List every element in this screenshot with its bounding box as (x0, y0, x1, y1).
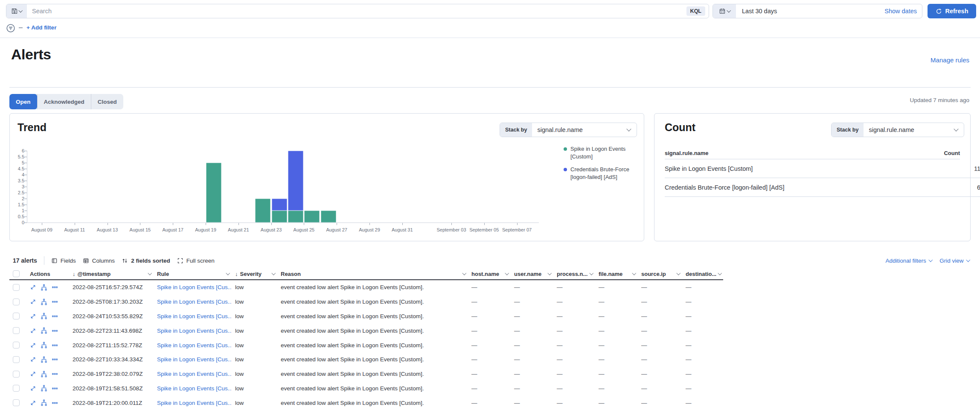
columns-button[interactable]: Columns (83, 258, 115, 264)
chevron-down-icon[interactable] (547, 271, 551, 275)
chevron-down-icon[interactable] (676, 271, 680, 275)
count-table-row[interactable]: Spike in Logon Events [Custom]11 (665, 159, 980, 178)
more-actions-button[interactable] (52, 385, 58, 392)
rule-link[interactable]: Spike in Logon Events [Cus... (157, 299, 232, 305)
trend-bar-segment[interactable] (321, 211, 336, 223)
more-actions-button[interactable] (52, 356, 58, 363)
expand-alert-button[interactable] (30, 371, 36, 377)
count-stack-by-select[interactable]: Stack by signal.rule.name (831, 123, 964, 137)
row-checkbox[interactable] (13, 299, 20, 305)
row-checkbox[interactable] (13, 284, 20, 291)
chevron-down-icon[interactable] (271, 271, 275, 275)
expand-alert-button[interactable] (30, 313, 36, 319)
saved-query-menu-button[interactable] (6, 4, 27, 18)
calendar-menu-button[interactable] (713, 4, 736, 18)
row-checkbox[interactable] (13, 356, 20, 363)
column-header-file-name[interactable]: file.name (595, 268, 638, 279)
count-table-row[interactable]: Credentials Brute-Force [logon-failed] [… (665, 178, 980, 197)
row-checkbox[interactable] (13, 385, 20, 392)
analyze-event-button[interactable] (41, 385, 47, 392)
rule-link[interactable]: Spike in Logon Events [Cus... (157, 313, 232, 319)
more-actions-button[interactable] (52, 371, 58, 377)
row-checkbox[interactable] (13, 313, 20, 319)
expand-alert-button[interactable] (30, 385, 36, 392)
analyze-event-button[interactable] (41, 327, 47, 334)
trend-bar-segment[interactable] (288, 211, 303, 223)
column-header-severity[interactable]: ↓Severity (232, 268, 277, 279)
manage-rules-link[interactable]: Manage rules (931, 56, 969, 64)
trend-bar-segment[interactable] (304, 211, 320, 223)
column-header-@timestamp[interactable]: ↓@timestamp (69, 268, 154, 279)
column-header-rule[interactable]: Rule (154, 268, 232, 279)
column-header-process-n-[interactable]: process.n... (553, 268, 595, 279)
rule-link[interactable]: Spike in Logon Events [Cus... (157, 328, 232, 334)
row-checkbox[interactable] (13, 327, 20, 334)
count-col-field[interactable]: signal.rule.name (665, 150, 709, 156)
analyze-event-button[interactable] (41, 299, 47, 305)
expand-alert-button[interactable] (30, 400, 36, 406)
column-header-reason[interactable]: Reason (277, 268, 468, 279)
expand-alert-button[interactable] (30, 328, 36, 334)
column-header-user-name[interactable]: user.name (511, 268, 553, 279)
grid-view-button[interactable]: Grid view (939, 258, 969, 264)
analyze-event-button[interactable] (41, 284, 47, 291)
rule-link[interactable]: Spike in Logon Events [Cus... (157, 342, 232, 348)
more-actions-button[interactable] (52, 400, 58, 406)
column-header-host-name[interactable]: host.name (468, 268, 511, 279)
trend-bar-segment[interactable] (206, 163, 221, 223)
more-actions-button[interactable] (52, 328, 58, 334)
analyze-event-button[interactable] (41, 342, 47, 348)
analyze-event-button[interactable] (41, 356, 47, 363)
refresh-button[interactable]: Refresh (928, 4, 976, 18)
chevron-down-icon[interactable] (148, 271, 151, 275)
chevron-down-icon[interactable] (632, 271, 636, 275)
analyze-event-button[interactable] (41, 313, 47, 319)
count-col-count[interactable]: Count (944, 150, 960, 156)
row-checkbox[interactable] (13, 342, 20, 348)
trend-bar-segment[interactable] (272, 199, 287, 211)
legend-item[interactable]: Spike in Logon Events [Custom] (564, 145, 641, 160)
trend-bar-segment[interactable] (255, 199, 270, 223)
chevron-down-icon[interactable] (718, 271, 722, 275)
sort-fields-button[interactable]: 2 fields sorted (122, 258, 170, 264)
column-header-source-ip[interactable]: source.ip (638, 268, 682, 279)
rule-link[interactable]: Spike in Logon Events [Cus... (157, 371, 232, 377)
more-actions-button[interactable] (52, 342, 58, 348)
search-input[interactable] (27, 8, 686, 15)
show-dates-link[interactable]: Show dates (884, 8, 922, 15)
analyze-event-button[interactable] (41, 399, 47, 406)
column-header-destinatio-[interactable]: destinatio... (682, 268, 723, 279)
more-actions-button[interactable] (52, 299, 58, 305)
rule-link[interactable]: Spike in Logon Events [Cus... (157, 284, 232, 290)
full-screen-button[interactable]: Full screen (177, 258, 215, 264)
tab-closed[interactable]: Closed (91, 94, 123, 109)
expand-alert-button[interactable] (30, 356, 36, 363)
tab-acknowledged[interactable]: Acknowledged (37, 94, 91, 109)
date-range-value[interactable]: Last 30 days (736, 8, 884, 15)
kql-badge[interactable]: KQL (686, 6, 705, 16)
chevron-down-icon[interactable] (462, 271, 466, 275)
row-checkbox[interactable] (13, 371, 20, 378)
rule-link[interactable]: Spike in Logon Events [Cus... (157, 356, 232, 363)
trend-bar-segment[interactable] (288, 151, 303, 211)
add-filter-button[interactable]: + Add filter (26, 24, 56, 31)
legend-item[interactable]: Credentials Brute-Force [logon-failed] [… (564, 166, 641, 181)
rule-link[interactable]: Spike in Logon Events [Cus... (157, 400, 232, 406)
chevron-down-icon[interactable] (226, 271, 230, 275)
select-all-checkbox[interactable] (13, 270, 20, 277)
chevron-down-icon[interactable] (589, 271, 593, 275)
expand-alert-button[interactable] (30, 342, 36, 348)
additional-filters-button[interactable]: Additional filters (885, 258, 932, 264)
fields-button[interactable]: Fields (51, 258, 76, 264)
chevron-down-icon[interactable] (505, 271, 509, 275)
more-actions-button[interactable] (52, 284, 58, 290)
more-actions-button[interactable] (52, 313, 58, 319)
expand-alert-button[interactable] (30, 284, 36, 290)
analyze-event-button[interactable] (41, 371, 47, 378)
filter-icon[interactable] (6, 23, 15, 33)
rule-link[interactable]: Spike in Logon Events [Cus... (157, 385, 232, 392)
expand-alert-button[interactable] (30, 299, 36, 305)
tab-open[interactable]: Open (9, 94, 37, 109)
row-checkbox[interactable] (13, 399, 20, 406)
trend-bar-segment[interactable] (272, 211, 287, 223)
